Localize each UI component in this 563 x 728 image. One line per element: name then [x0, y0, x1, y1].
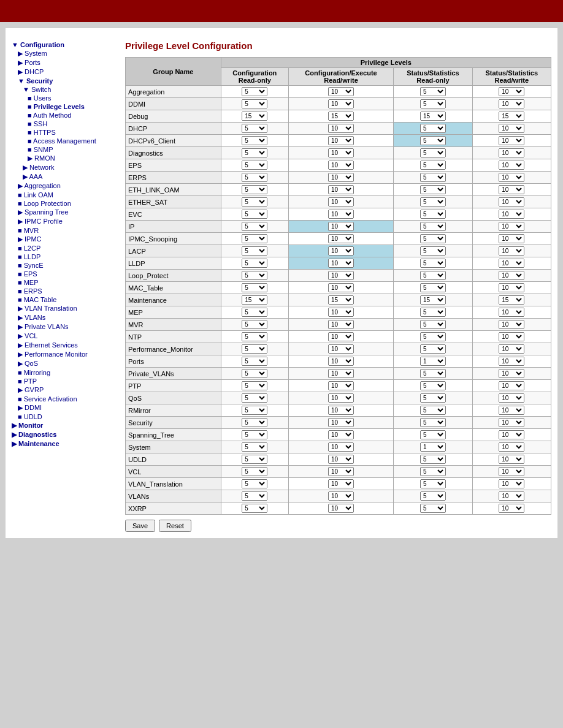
- select-cell-c4[interactable]: 123456789101112131415: [472, 233, 551, 245]
- privilege-select[interactable]: 123456789101112131415: [328, 442, 354, 452]
- privilege-select[interactable]: 123456789101112131415: [242, 99, 267, 108]
- privilege-select[interactable]: 123456789101112131415: [420, 148, 446, 157]
- privilege-select[interactable]: 123456789101112131415: [242, 136, 267, 145]
- privilege-select[interactable]: 123456789101112131415: [420, 259, 446, 268]
- select-cell-c1[interactable]: 123456789101112131415: [221, 441, 288, 453]
- privilege-select[interactable]: 123456789101112131415: [499, 234, 524, 243]
- select-cell-c3[interactable]: 123456789101112131415: [394, 429, 472, 441]
- privilege-select[interactable]: 123456789101112131415: [242, 357, 267, 366]
- select-cell-c4[interactable]: 123456789101112131415: [472, 270, 551, 282]
- sidebar-item-spanning-tree[interactable]: ▶ Spanning Tree: [12, 208, 119, 217]
- select-cell-c4[interactable]: 123456789101112131415: [472, 319, 551, 331]
- privilege-select[interactable]: 123456789101112131415: [499, 246, 524, 256]
- privilege-select[interactable]: 123456789101112131415: [328, 369, 354, 378]
- privilege-select[interactable]: 123456789101112131415: [328, 271, 354, 280]
- privilege-select[interactable]: 123456789101112131415: [499, 148, 524, 157]
- select-cell-c4[interactable]: 123456789101112131415: [472, 282, 551, 294]
- sidebar-item-udld[interactable]: ■ UDLD: [12, 412, 119, 421]
- select-cell-c2[interactable]: 123456789101112131415: [288, 245, 393, 257]
- privilege-select[interactable]: 123456789101112131415: [242, 259, 267, 268]
- sidebar-item-mvr[interactable]: ■ MVR: [12, 226, 119, 235]
- privilege-select[interactable]: 123456789101112131415: [328, 406, 354, 415]
- select-cell-c1[interactable]: 123456789101112131415: [221, 502, 288, 515]
- privilege-select[interactable]: 123456789101112131415: [499, 344, 524, 354]
- privilege-select[interactable]: 123456789101112131415: [328, 491, 354, 501]
- privilege-select[interactable]: 123456789101112131415: [420, 271, 446, 280]
- select-cell-c4[interactable]: 123456789101112131415: [472, 86, 551, 98]
- select-cell-c1[interactable]: 123456789101112131415: [221, 490, 288, 502]
- select-cell-c3[interactable]: 123456789101112131415: [394, 123, 472, 135]
- select-cell-c1[interactable]: 123456789101112131415: [221, 159, 288, 172]
- sidebar-item-network[interactable]: ▶ Network: [12, 163, 119, 172]
- privilege-select[interactable]: 123456789101112131415: [420, 406, 446, 415]
- select-cell-c2[interactable]: 123456789101112131415: [288, 208, 393, 221]
- privilege-select[interactable]: 123456789101112131415: [242, 197, 267, 207]
- select-cell-c4[interactable]: 123456789101112131415: [472, 355, 551, 368]
- privilege-select[interactable]: 123456789101112131415: [328, 283, 354, 292]
- privilege-select[interactable]: 123456789101112131415: [420, 246, 446, 256]
- sidebar-item-vlan-translation[interactable]: ▶ VLAN Translation: [12, 304, 119, 313]
- select-cell-c4[interactable]: 123456789101112131415: [472, 392, 551, 404]
- privilege-select[interactable]: 123456789101112131415: [328, 234, 354, 243]
- select-cell-c1[interactable]: 123456789101112131415: [221, 123, 288, 135]
- select-cell-c1[interactable]: 123456789101112131415: [221, 172, 288, 184]
- select-cell-c1[interactable]: 123456789101112131415: [221, 319, 288, 331]
- select-cell-c2[interactable]: 123456789101112131415: [288, 441, 393, 453]
- privilege-select[interactable]: 123456789101112131415: [499, 369, 524, 378]
- select-cell-c3[interactable]: 123456789101112131415: [394, 257, 472, 270]
- select-cell-c3[interactable]: 123456789101112131415: [394, 417, 472, 429]
- sidebar-item-eps[interactable]: ■ EPS: [12, 270, 119, 278]
- select-cell-c4[interactable]: 123456789101112131415: [472, 159, 551, 172]
- select-cell-c3[interactable]: 123456789101112131415: [394, 135, 472, 147]
- select-cell-c4[interactable]: 123456789101112131415: [472, 306, 551, 319]
- select-cell-c2[interactable]: 123456789101112131415: [288, 502, 393, 515]
- privilege-select[interactable]: 123456789101112131415: [499, 455, 524, 464]
- select-cell-c3[interactable]: 123456789101112131415: [394, 86, 472, 98]
- privilege-select[interactable]: 123456789101112131415: [328, 259, 354, 268]
- privilege-select[interactable]: 123456789101112131415: [420, 87, 446, 96]
- select-cell-c1[interactable]: 123456789101112131415: [221, 368, 288, 380]
- privilege-select[interactable]: 123456789101112131415: [499, 295, 524, 305]
- select-cell-c1[interactable]: 123456789101112131415: [221, 306, 288, 319]
- select-cell-c2[interactable]: 123456789101112131415: [288, 282, 393, 294]
- select-cell-c4[interactable]: 123456789101112131415: [472, 245, 551, 257]
- select-cell-c4[interactable]: 123456789101112131415: [472, 257, 551, 270]
- sidebar-item-ethernet-services[interactable]: ▶ Ethernet Services: [12, 341, 119, 350]
- select-cell-c3[interactable]: 123456789101112131415: [394, 368, 472, 380]
- privilege-select[interactable]: 123456789101112131415: [242, 234, 267, 243]
- privilege-select[interactable]: 123456789101112131415: [328, 430, 354, 439]
- select-cell-c2[interactable]: 123456789101112131415: [288, 343, 393, 355]
- select-cell-c2[interactable]: 123456789101112131415: [288, 368, 393, 380]
- select-cell-c1[interactable]: 123456789101112131415: [221, 270, 288, 282]
- select-cell-c3[interactable]: 123456789101112131415: [394, 233, 472, 245]
- privilege-select[interactable]: 123456789101112131415: [499, 504, 524, 513]
- select-cell-c2[interactable]: 123456789101112131415: [288, 159, 393, 172]
- select-cell-c2[interactable]: 123456789101112131415: [288, 490, 393, 502]
- privilege-select[interactable]: 123456789101112131415: [499, 406, 524, 415]
- privilege-select[interactable]: 123456789101112131415: [499, 491, 524, 501]
- privilege-select[interactable]: 123456789101112131415: [420, 467, 446, 476]
- privilege-select[interactable]: 123456789101112131415: [420, 173, 446, 182]
- select-cell-c1[interactable]: 123456789101112131415: [221, 294, 288, 306]
- select-cell-c1[interactable]: 123456789101112131415: [221, 331, 288, 343]
- select-cell-c1[interactable]: 123456789101112131415: [221, 147, 288, 159]
- privilege-select[interactable]: 123456789101112131415: [499, 332, 524, 341]
- select-cell-c2[interactable]: 123456789101112131415: [288, 233, 393, 245]
- select-cell-c4[interactable]: 123456789101112131415: [472, 294, 551, 306]
- privilege-select[interactable]: 123456789101112131415: [499, 124, 524, 133]
- sidebar-item-mep[interactable]: ■ MEP: [12, 278, 119, 287]
- privilege-select[interactable]: 123456789101112131415: [499, 259, 524, 268]
- select-cell-c1[interactable]: 123456789101112131415: [221, 453, 288, 466]
- privilege-select[interactable]: 123456789101112131415: [242, 246, 267, 256]
- sidebar-item-qos[interactable]: ▶ QoS: [12, 359, 119, 368]
- privilege-select[interactable]: 123456789101112131415: [328, 357, 354, 366]
- select-cell-c3[interactable]: 123456789101112131415: [394, 245, 472, 257]
- privilege-select[interactable]: 123456789101112131415: [328, 418, 354, 427]
- select-cell-c2[interactable]: 123456789101112131415: [288, 123, 393, 135]
- privilege-select[interactable]: 123456789101112131415: [242, 148, 267, 157]
- select-cell-c2[interactable]: 123456789101112131415: [288, 380, 393, 392]
- select-cell-c2[interactable]: 123456789101112131415: [288, 319, 393, 331]
- privilege-select[interactable]: 123456789101112131415: [328, 136, 354, 145]
- privilege-select[interactable]: 123456789101112131415: [328, 344, 354, 354]
- select-cell-c1[interactable]: 123456789101112131415: [221, 417, 288, 429]
